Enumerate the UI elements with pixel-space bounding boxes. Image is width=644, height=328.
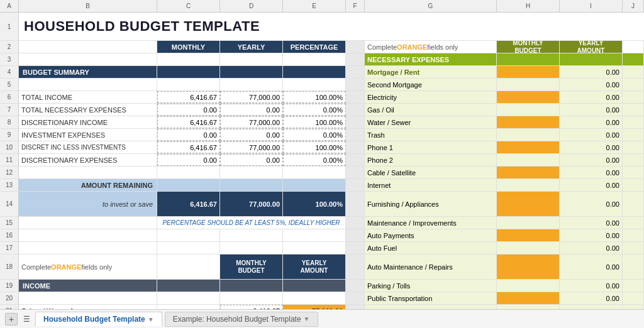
tab-inactive-arrow: ▼: [304, 315, 310, 322]
auto-fuel-input[interactable]: [497, 242, 560, 254]
col-header-h: H: [497, 0, 560, 12]
nec-j14: [623, 192, 644, 216]
auto-pay-input[interactable]: [497, 229, 560, 241]
row-8: DISCRETIONARY INCOME 6,416.67 77,000.00 …: [19, 116, 644, 129]
nec-j17: [623, 242, 644, 254]
disc-exp-yearly: 0.00: [220, 154, 283, 166]
salary1-c: [157, 305, 220, 309]
empty-c17: [157, 242, 220, 254]
complete-text: Complete: [367, 43, 397, 51]
grid: HOUSEHOLD BUDGET TEMPLATE MONTHLY YEARLY…: [19, 13, 644, 309]
title-row: HOUSEHOLD BUDGET TEMPLATE: [19, 13, 644, 41]
bottom-tabs: + ☰ Household Budget Template ▼ Example:…: [0, 309, 644, 328]
row-15: PERCENTAGE SHOULD BE AT LEAST 5%, IDEALL…: [19, 217, 644, 229]
gas-oil-yearly: 0.00: [560, 104, 623, 116]
inv-exp-pct: 0.00%: [283, 129, 346, 141]
disc-income-label: DISCRETIONARY INCOME: [19, 116, 157, 128]
divider-f15: [346, 217, 365, 229]
row-num-10: 10: [0, 141, 18, 154]
mortgage-input[interactable]: [497, 66, 560, 78]
row-num-11: 11: [0, 154, 18, 167]
water-sewer-input[interactable]: [497, 116, 560, 128]
total-nec-monthly: 0.00: [157, 104, 220, 116]
pub-trans-input[interactable]: [497, 292, 560, 304]
mortgage-yearly: 0.00: [560, 66, 623, 78]
divider-f10: [346, 141, 365, 153]
furnishing-label: Furnishing / Appliances: [365, 192, 497, 216]
fields-only-text: fields only: [427, 43, 458, 51]
internet-input[interactable]: [497, 179, 560, 191]
disc-income-yearly: 77,000.00: [220, 116, 283, 128]
sheet-menu-button[interactable]: ☰: [20, 313, 33, 325]
main-title: HOUSEHOLD BUDGET TEMPLATE: [24, 18, 260, 35]
empty-c20: [157, 292, 220, 304]
salary1-yearly[interactable]: 77,000.00: [283, 305, 346, 309]
furnishing-input[interactable]: [497, 192, 560, 216]
divider-f14: [346, 192, 365, 216]
nec-h21: [497, 305, 560, 309]
total-income-yearly: 77,000.00: [220, 91, 283, 103]
empty-e20: [283, 292, 346, 304]
auto-maint-input[interactable]: [497, 254, 560, 279]
disc-less-label: DISCRET INC LESS INVESTMENTS: [19, 141, 157, 153]
inc-d19: [220, 280, 283, 292]
empty-d5: [220, 79, 283, 90]
row-6: TOTAL INCOME 6,416.67 77,000.00 100.00% …: [19, 91, 644, 104]
phone2-input[interactable]: [497, 154, 560, 166]
add-sheet-button[interactable]: +: [5, 313, 18, 325]
row-9: INVESTMENT EXPENSES 0.00 0.00 0.00% Tras…: [19, 129, 644, 141]
budget-summary-label: BUDGET SUMMARY: [19, 66, 157, 78]
row-19: INCOME Parking / Tolls 0.00: [19, 280, 644, 292]
electricity-input[interactable]: [497, 91, 560, 103]
complete-label-b18: Complete ORANGE fields only: [19, 254, 157, 279]
tab-active-label: Household Budget Template: [43, 315, 145, 324]
disc-exp-pct: 0.00%: [283, 154, 346, 166]
col-header-j: J: [623, 0, 644, 12]
cable-input[interactable]: [497, 167, 560, 178]
divider-f20: [346, 292, 365, 304]
col-header-g: G: [365, 0, 497, 12]
row-14: to invest or save 6,416.67 77,000.00 100…: [19, 192, 644, 217]
col-header-d: D: [220, 0, 283, 12]
percentage-header: PERCENTAGE: [283, 41, 346, 53]
maintenance-input[interactable]: [497, 217, 560, 229]
furnishing-yearly: 0.00: [560, 192, 623, 216]
water-sewer-yearly: 0.00: [560, 116, 623, 128]
auto-pay-yearly: 0.00: [560, 229, 623, 241]
col-header-c: C: [157, 0, 220, 12]
divider-f19: [346, 280, 365, 292]
sheet-content: HOUSEHOLD BUDGET TEMPLATE MONTHLY YEARLY…: [19, 13, 644, 309]
divider-f17: [346, 242, 365, 254]
phone1-input[interactable]: [497, 141, 560, 153]
gas-oil-label: Gas / Oil: [365, 104, 497, 116]
auto-maint-yearly: 0.00: [560, 254, 623, 279]
nec-g21: [365, 305, 497, 309]
yearly-amount-header: YEARLYAMOUNT: [560, 41, 623, 53]
divider-f7: [346, 104, 365, 116]
divider-f16: [346, 229, 365, 241]
tab-household-budget[interactable]: Household Budget Template ▼: [35, 312, 162, 326]
auto-fuel-yearly: 0.00: [560, 242, 623, 254]
second-mortgage-input[interactable]: [497, 79, 560, 90]
phone2-yearly: 0.00: [560, 154, 623, 166]
empty-c12: [157, 167, 220, 178]
disc-less-yearly: 77,000.00: [220, 141, 283, 153]
trash-input[interactable]: [497, 129, 560, 141]
row-numbers: 1 2 3 4 5 6 7 8 9 10 11 12 13 14 15 16 1…: [0, 13, 19, 309]
row-num-13: 13: [0, 179, 18, 192]
parking-input[interactable]: [497, 280, 560, 292]
total-income-monthly: 6,416.67: [157, 91, 220, 103]
divider-f3: [346, 53, 365, 65]
cable-yearly: 0.00: [560, 167, 623, 178]
tab-example[interactable]: Example: Household Budget Template ▼: [165, 312, 318, 327]
pct-warning: PERCENTAGE SHOULD BE AT LEAST 5%, IDEALL…: [157, 217, 346, 229]
empty-c16: [157, 229, 220, 241]
row-21: Salary / Wages 1 6,416.67 77,000.00: [19, 305, 644, 309]
empty-b16: [19, 229, 157, 241]
nec-j12: [623, 167, 644, 178]
col-header-f: F: [346, 0, 365, 12]
salary1-monthly: 6,416.67: [220, 305, 283, 309]
main-area: 1 2 3 4 5 6 7 8 9 10 11 12 13 14 15 16 1…: [0, 13, 644, 309]
nec-j6: [623, 91, 644, 103]
gas-oil-input[interactable]: [497, 104, 560, 116]
